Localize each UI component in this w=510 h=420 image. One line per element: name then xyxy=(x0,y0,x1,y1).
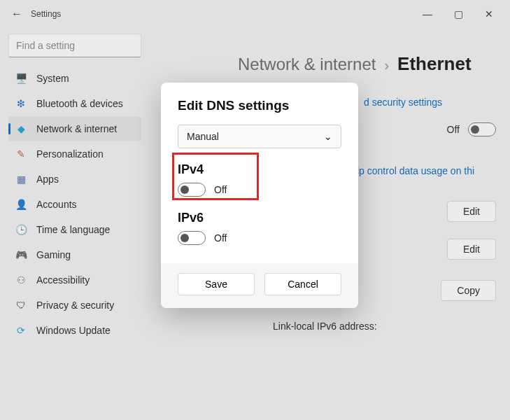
ipv4-toggle[interactable] xyxy=(178,183,206,197)
privacy-security-icon: 🛡 xyxy=(15,300,27,311)
breadcrumb: Network & internet › Ethernet xyxy=(154,53,496,75)
search-placeholder: Find a setting xyxy=(16,40,75,51)
sidebar-item-accounts[interactable]: 👤Accounts xyxy=(8,192,141,217)
close-button[interactable]: ✕ xyxy=(474,3,504,25)
sidebar-item-label: Privacy & security xyxy=(36,300,114,311)
maximize-button[interactable]: ▢ xyxy=(443,3,474,25)
sidebar-item-time-language[interactable]: 🕒Time & language xyxy=(8,217,141,242)
system-icon: 🖥️ xyxy=(15,73,27,84)
sidebar-item-apps[interactable]: ▦Apps xyxy=(8,167,141,192)
metered-off-label: Off xyxy=(447,124,460,135)
dns-settings-dialog: Edit DNS settings Manual ⌄ IPv4 Off IPv6… xyxy=(161,83,358,308)
network-internet-icon: ◆ xyxy=(15,123,27,134)
edit-button-2[interactable]: Edit xyxy=(447,239,496,260)
back-button[interactable]: ← xyxy=(6,3,28,25)
sidebar-item-label: Personalization xyxy=(36,148,104,160)
sidebar-item-windows-update[interactable]: ⟳Windows Update xyxy=(8,318,141,343)
dns-mode-value: Manual xyxy=(187,131,219,142)
page-title: Ethernet xyxy=(397,53,471,75)
sidebar-item-bluetooth-devices[interactable]: ❇Bluetooth & devices xyxy=(8,91,141,116)
time-language-icon: 🕒 xyxy=(15,224,27,235)
ipv6-state: Off xyxy=(214,232,227,244)
active-indicator xyxy=(8,123,10,134)
security-settings-link[interactable]: d security settings xyxy=(364,97,442,108)
sidebar-item-label: Bluetooth & devices xyxy=(36,98,123,109)
sidebar-item-label: System xyxy=(36,73,69,84)
sidebar-item-label: Network & internet xyxy=(36,123,117,134)
sidebar-item-label: Time & language xyxy=(36,224,110,235)
dns-mode-select[interactable]: Manual ⌄ xyxy=(178,125,341,148)
breadcrumb-parent[interactable]: Network & internet xyxy=(238,55,376,74)
sidebar: Find a setting 🖥️System❇Bluetooth & devi… xyxy=(0,28,147,420)
cancel-button[interactable]: Cancel xyxy=(264,273,341,295)
personalization-icon: ✎ xyxy=(15,148,27,160)
chevron-right-icon: › xyxy=(384,57,389,74)
sidebar-item-privacy-security[interactable]: 🛡Privacy & security xyxy=(8,293,141,318)
sidebar-item-label: Windows Update xyxy=(36,325,111,336)
sidebar-item-label: Gaming xyxy=(36,249,71,260)
windows-update-icon: ⟳ xyxy=(15,325,27,336)
sidebar-item-accessibility[interactable]: ⚇Accessibility xyxy=(8,267,141,293)
gaming-icon: 🎮 xyxy=(15,249,27,260)
ipv6-address-label: Link-local IPv6 address: xyxy=(273,321,377,332)
minimize-button[interactable]: — xyxy=(412,3,443,25)
data-usage-link[interactable]: lp control data usage on thi xyxy=(357,165,474,176)
ipv4-state: Off xyxy=(214,184,227,195)
sidebar-item-label: Accessibility xyxy=(36,274,90,286)
save-button[interactable]: Save xyxy=(178,273,255,295)
accounts-icon: 👤 xyxy=(15,199,27,210)
sidebar-item-system[interactable]: 🖥️System xyxy=(8,66,141,91)
chevron-down-icon: ⌄ xyxy=(324,131,332,142)
ipv6-toggle[interactable] xyxy=(178,231,206,245)
ipv4-heading: IPv4 xyxy=(178,162,341,177)
edit-button-1[interactable]: Edit xyxy=(447,201,496,222)
bluetooth-devices-icon: ❇ xyxy=(15,98,27,109)
sidebar-item-label: Accounts xyxy=(36,199,77,210)
sidebar-item-network-internet[interactable]: ◆Network & internet xyxy=(8,116,141,141)
metered-toggle[interactable] xyxy=(468,122,496,136)
sidebar-item-label: Apps xyxy=(36,174,59,185)
titlebar-label: Settings xyxy=(31,9,61,19)
sidebar-item-personalization[interactable]: ✎Personalization xyxy=(8,141,141,167)
ipv6-heading: IPv6 xyxy=(178,211,341,225)
dialog-title: Edit DNS settings xyxy=(178,98,341,113)
apps-icon: ▦ xyxy=(15,174,27,185)
titlebar: ← Settings — ▢ ✕ xyxy=(0,0,510,28)
copy-button[interactable]: Copy xyxy=(441,280,496,301)
accessibility-icon: ⚇ xyxy=(15,274,27,286)
search-input[interactable]: Find a setting xyxy=(8,34,141,57)
sidebar-item-gaming[interactable]: 🎮Gaming xyxy=(8,242,141,267)
